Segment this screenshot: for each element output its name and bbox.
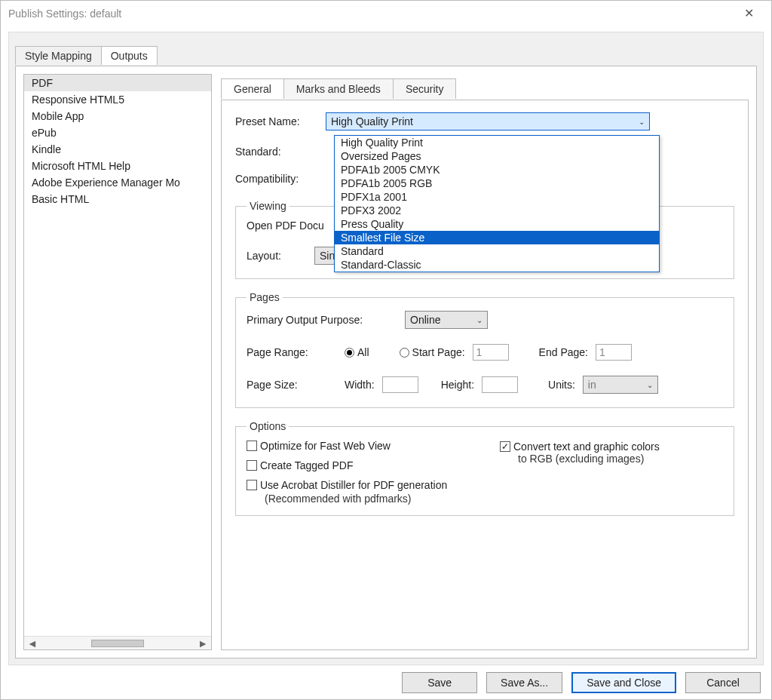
scroll-left-icon[interactable]: ◄ <box>27 637 38 649</box>
outer-panel: Style Mapping Outputs PDF Responsive HTM… <box>8 32 764 665</box>
dialog-window: Publish Settings: default ✕ Style Mappin… <box>0 0 772 700</box>
preset-option[interactable]: Smallest File Size <box>335 231 659 244</box>
chevron-down-icon: ⌄ <box>639 118 645 126</box>
open-pdf-truncated-label: Open PDF Docu <box>247 220 324 232</box>
list-item[interactable]: Microsoft HTML Help <box>24 158 211 174</box>
scroll-right-icon[interactable]: ► <box>198 637 208 649</box>
page-size-label: Page Size: <box>247 379 337 391</box>
list-item[interactable]: ePub <box>24 124 211 141</box>
check-convert-wrap: Convert text and graphic colors to RGB (… <box>500 440 723 465</box>
list-scrollbar[interactable]: ◄ ► <box>24 636 211 649</box>
standard-label: Standard: <box>235 146 318 158</box>
list-item[interactable]: Adobe Experience Manager Mo <box>24 174 211 191</box>
pages-legend: Pages <box>247 291 283 303</box>
outputs-list[interactable]: PDF Responsive HTML5 Mobile App ePub Kin… <box>23 74 212 650</box>
tab-style-mapping[interactable]: Style Mapping <box>15 46 102 65</box>
right-panel: General Marks and Bleeds Security Preset… <box>221 74 749 650</box>
width-input[interactable] <box>382 376 418 393</box>
sub-tab-strip: General Marks and Bleeds Security <box>221 78 456 99</box>
preset-option[interactable]: High Quality Print <box>335 136 659 149</box>
preset-option[interactable]: Press Quality <box>335 217 659 231</box>
layout-label: Layout: <box>247 250 307 262</box>
check-tagged-pdf[interactable]: Create Tagged PDF <box>247 459 470 471</box>
convert-sub: to RGB (excluding images) <box>518 453 723 465</box>
cancel-button[interactable]: Cancel <box>685 672 761 693</box>
units-value: in <box>588 379 596 391</box>
end-page-input[interactable] <box>596 344 632 361</box>
preset-option[interactable]: PDFA1b 2005 CMYK <box>335 163 659 177</box>
save-and-close-button[interactable]: Save and Close <box>571 672 676 693</box>
chevron-down-icon: ⌄ <box>476 316 482 324</box>
outputs-items: PDF Responsive HTML5 Mobile App ePub Kin… <box>24 75 211 636</box>
preset-option[interactable]: PDFX1a 2001 <box>335 190 659 204</box>
tab-security[interactable]: Security <box>393 78 457 99</box>
row-purpose: Primary Output Purpose: Online ⌄ <box>247 311 723 329</box>
preset-dropdown[interactable]: High Quality Print Oversized Pages PDFA1… <box>334 135 660 272</box>
units-combo[interactable]: in ⌄ <box>583 376 658 394</box>
row-preset: Preset Name: High Quality Print ⌄ <box>235 112 734 130</box>
titlebar: Publish Settings: default ✕ <box>1 1 771 26</box>
list-item[interactable]: PDF <box>24 75 211 91</box>
distiller-sub: (Recommended with pdfmarks) <box>265 493 470 505</box>
general-panel: Preset Name: High Quality Print ⌄ High Q… <box>221 100 749 650</box>
tab-general[interactable]: General <box>221 78 284 99</box>
preset-option[interactable]: Standard <box>335 244 659 258</box>
list-item[interactable]: Basic HTML <box>24 191 211 207</box>
list-item[interactable]: Mobile App <box>24 108 211 124</box>
scroll-thumb[interactable] <box>91 640 144 647</box>
general-upper: Preset Name: High Quality Print ⌄ High Q… <box>235 112 734 185</box>
top-tab-strip: Style Mapping Outputs <box>15 46 158 65</box>
start-page-input[interactable] <box>473 344 509 361</box>
window-title: Publish Settings: default <box>8 8 121 20</box>
preset-option[interactable]: PDFX3 2002 <box>335 204 659 217</box>
preset-option[interactable]: Oversized Pages <box>335 149 659 163</box>
check-distiller[interactable]: Use Acrobat Distiller for PDF generation <box>247 479 447 491</box>
row-page-range: Page Range: All Start Page: End Page: <box>247 344 723 361</box>
viewing-legend: Viewing <box>247 200 290 212</box>
chevron-down-icon: ⌄ <box>647 381 653 389</box>
save-button[interactable]: Save <box>402 672 477 693</box>
button-bar: Save Save As... Save and Close Cancel <box>1 665 771 699</box>
group-options: Options Optimize for Fast Web View Creat… <box>235 420 734 516</box>
preset-combo[interactable]: High Quality Print ⌄ <box>326 112 650 130</box>
check-fast-web[interactable]: Optimize for Fast Web View <box>247 440 470 452</box>
outputs-body: PDF Responsive HTML5 Mobile App ePub Kin… <box>15 66 757 659</box>
end-page-label: End Page: <box>539 346 588 358</box>
range-all-radio[interactable]: All <box>345 346 369 358</box>
height-label: Height: <box>441 379 474 391</box>
options-col-left: Optimize for Fast Web View Create Tagged… <box>247 440 470 505</box>
tab-outputs[interactable]: Outputs <box>101 46 158 65</box>
height-input[interactable] <box>482 376 518 393</box>
purpose-value: Online <box>410 314 440 326</box>
options-legend: Options <box>247 420 289 432</box>
options-grid: Optimize for Fast Web View Create Tagged… <box>247 440 723 505</box>
preset-option[interactable]: Standard-Classic <box>335 258 659 272</box>
width-label: Width: <box>345 379 375 391</box>
preset-value: High Quality Print <box>331 115 413 127</box>
range-start-radio[interactable]: Start Page: <box>400 346 465 358</box>
preset-option[interactable]: PDFA1b 2005 RGB <box>335 177 659 190</box>
preset-label: Preset Name: <box>235 115 318 127</box>
list-item[interactable]: Kindle <box>24 141 211 158</box>
list-item[interactable]: Responsive HTML5 <box>24 91 211 108</box>
units-label: Units: <box>548 379 575 391</box>
save-as-button[interactable]: Save As... <box>486 672 562 693</box>
group-pages: Pages Primary Output Purpose: Online ⌄ P… <box>235 291 734 408</box>
compatibility-label: Compatibility: <box>235 173 318 185</box>
check-distiller-wrap: Use Acrobat Distiller for PDF generation… <box>247 479 470 505</box>
close-icon[interactable]: ✕ <box>734 6 764 20</box>
check-convert-rgb[interactable]: Convert text and graphic colors <box>500 441 660 453</box>
purpose-combo[interactable]: Online ⌄ <box>405 311 488 329</box>
tab-marks-bleeds[interactable]: Marks and Bleeds <box>283 78 394 99</box>
client-area: Style Mapping Outputs PDF Responsive HTM… <box>1 26 771 665</box>
options-col-right: Convert text and graphic colors to RGB (… <box>500 440 723 505</box>
row-page-size: Page Size: Width: Height: Units: in <box>247 376 723 394</box>
range-label: Page Range: <box>247 346 337 358</box>
purpose-label: Primary Output Purpose: <box>247 314 397 326</box>
